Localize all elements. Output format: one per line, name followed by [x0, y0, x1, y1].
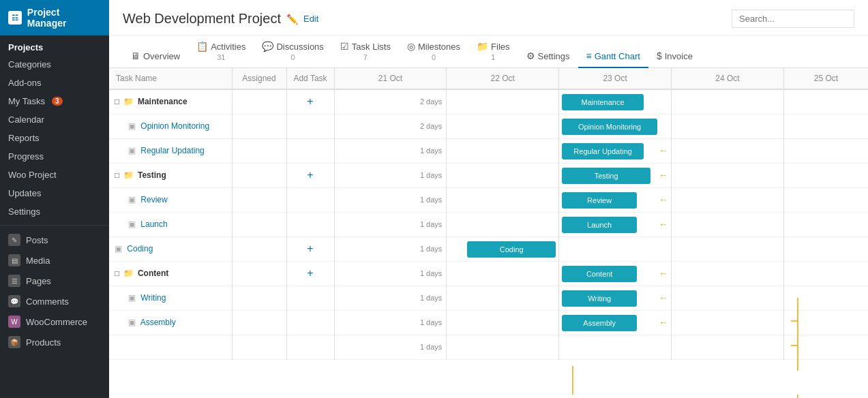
cell-24oct: [671, 114, 783, 138]
tab-label: Task Lists: [352, 42, 391, 52]
task-label: Coding: [127, 244, 153, 254]
doc-icon: ▣: [128, 195, 136, 204]
bar-label: Maintenance: [582, 98, 625, 106]
tab-label: Gantt Chart: [595, 51, 640, 61]
bar-label: Writing: [588, 294, 611, 303]
task-label: Review: [140, 195, 167, 204]
arrow-right-launch: ←: [659, 219, 668, 230]
sidebar-item-media[interactable]: ▤ Media: [0, 250, 109, 271]
cell-21oct: 1 days: [334, 335, 447, 359]
table-row: ▣ Regular Updating 1 days Regular Updati…: [109, 138, 868, 163]
days-label: 1 days: [420, 196, 442, 204]
add-task-icon[interactable]: +: [307, 267, 313, 279]
gantt-bar-writing: Writing: [562, 290, 637, 307]
tab-milestones[interactable]: ◎ Milestones 0: [399, 35, 468, 68]
tab-label: Settings: [538, 51, 570, 61]
milestones-icon: ◎: [407, 41, 415, 52]
nav-tabs: 🖥 Overview 📋 Activities 31 💬 Discussions…: [109, 35, 868, 68]
table-row: □ 📁 Content + 1 days Content ←: [109, 261, 868, 286]
sidebar-item-label: Calendar: [8, 114, 44, 125]
sidebar-item-wooproject[interactable]: Woo Project: [0, 166, 109, 184]
sidebar-item-products[interactable]: 📦 Products: [0, 332, 109, 352]
cell-23oct: [559, 236, 672, 261]
add-task-icon[interactable]: +: [307, 169, 313, 181]
sidebar-item-comments[interactable]: 💬 Comments: [0, 291, 109, 311]
collapse-icon[interactable]: □: [115, 269, 119, 278]
cell-addtask[interactable]: +: [286, 236, 334, 261]
sidebar-item-mytasks[interactable]: My Tasks 3: [0, 92, 109, 110]
cell-task-name: [109, 335, 232, 359]
sidebar-item-calendar[interactable]: Calendar: [0, 110, 109, 129]
tab-activities[interactable]: 📋 Activities 31: [188, 35, 254, 68]
cell-task-name: □ 📁 Testing: [109, 163, 232, 187]
sidebar-item-categories[interactable]: Categories: [0, 55, 109, 74]
sidebar-divider-1: [0, 225, 109, 226]
sidebar-item-label: Progress: [8, 151, 44, 162]
discussions-icon: 💬: [262, 41, 273, 52]
edit-link[interactable]: Edit: [303, 14, 318, 24]
task-label: Opinion Monitoring: [140, 121, 209, 131]
add-task-icon[interactable]: +: [307, 95, 313, 107]
cell-addtask[interactable]: +: [286, 261, 334, 286]
arrow-right-review: ←: [659, 194, 668, 205]
cell-addtask[interactable]: +: [286, 163, 334, 187]
cell-21oct: 1 days: [334, 310, 447, 335]
cell-21oct: 1 days: [334, 187, 447, 212]
cell-task-name: ▣ Opinion Monitoring: [109, 114, 232, 138]
tab-invoice[interactable]: $ Invoice: [648, 45, 701, 68]
cell-22oct: [447, 212, 559, 236]
cell-23oct: Testing ←: [559, 163, 672, 187]
task-label: Content: [138, 269, 168, 278]
sidebar-item-woocommerce[interactable]: W WooCommerce: [0, 311, 109, 332]
task-label: Regular Updating: [140, 146, 204, 155]
sidebar-item-progress[interactable]: Progress: [0, 147, 109, 166]
sidebar-item-reports[interactable]: Reports: [0, 129, 109, 147]
tab-label: Overview: [143, 51, 180, 61]
cell-assigned: [232, 236, 286, 261]
sidebar-header[interactable]: ☷ Project Manager: [0, 0, 109, 35]
search-input[interactable]: [732, 10, 854, 28]
pencil-icon: ✏️: [286, 14, 298, 25]
cell-task-name: ▣ Regular Updating: [109, 138, 232, 163]
col-date-22oct: 22 Oct: [447, 68, 559, 89]
cell-21oct: 1 days: [334, 261, 447, 286]
folder-icon: 📁: [123, 97, 134, 106]
collapse-icon[interactable]: □: [115, 170, 119, 180]
tab-settings[interactable]: ⚙ Settings: [518, 45, 578, 68]
add-task-icon[interactable]: +: [307, 243, 313, 254]
col-task-name: Task Name: [109, 68, 232, 89]
table-row: 1 days: [109, 335, 868, 359]
sidebar-item-settings[interactable]: Settings: [0, 202, 109, 221]
col-date-24oct: 24 Oct: [671, 68, 783, 89]
cell-addtask[interactable]: +: [286, 89, 334, 114]
cell-assigned: [232, 114, 286, 138]
collapse-icon[interactable]: □: [115, 97, 119, 106]
files-icon: 📁: [477, 41, 488, 52]
sidebar-item-label: Media: [26, 256, 50, 266]
tab-files[interactable]: 📁 Files 1: [468, 35, 518, 68]
sidebar-item-posts[interactable]: ✎ Posts: [0, 230, 109, 250]
col-assigned: Assigned: [232, 68, 286, 89]
tab-discussions[interactable]: 💬 Discussions 0: [254, 35, 331, 68]
sidebar-item-pages[interactable]: ☰ Pages: [0, 271, 109, 291]
bar-label: Review: [587, 196, 612, 204]
arrow-right-content: ←: [659, 268, 668, 279]
sidebar-item-addons[interactable]: Add-ons: [0, 74, 109, 92]
days-label: 1 days: [420, 147, 442, 155]
files-count: 1: [491, 53, 495, 61]
bar-label: Coding: [500, 245, 524, 254]
tab-overview[interactable]: 🖥 Overview: [123, 45, 188, 68]
tab-gantt[interactable]: ≡ Gantt Chart: [578, 45, 648, 68]
cell-22oct: Coding: [447, 236, 559, 261]
doc-icon: ▣: [128, 146, 136, 155]
milestones-count: 0: [432, 53, 436, 61]
cell-21oct: 1 days: [334, 236, 447, 261]
sidebar-item-updates[interactable]: Updates: [0, 184, 109, 202]
tab-tasklists[interactable]: ☑ Task Lists 7: [332, 35, 399, 68]
doc-icon: ▣: [128, 293, 136, 303]
cell-24oct: [671, 286, 783, 310]
woo-icon: W: [8, 316, 20, 328]
cell-25oct: [783, 163, 868, 187]
days-label: 2 days: [420, 122, 442, 130]
cell-24oct: [671, 187, 783, 212]
